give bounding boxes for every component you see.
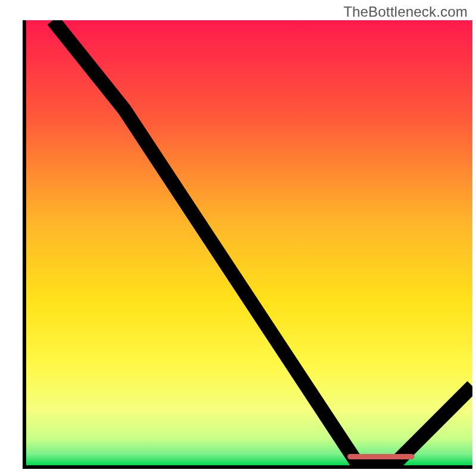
chart-frame: TheBottleneck.com xyxy=(0,0,476,476)
gradient-svg xyxy=(26,20,472,465)
heatmap-gradient xyxy=(26,20,472,465)
plot-area xyxy=(23,20,472,469)
svg-rect-0 xyxy=(26,20,472,465)
watermark-text: TheBottleneck.com xyxy=(343,4,468,20)
